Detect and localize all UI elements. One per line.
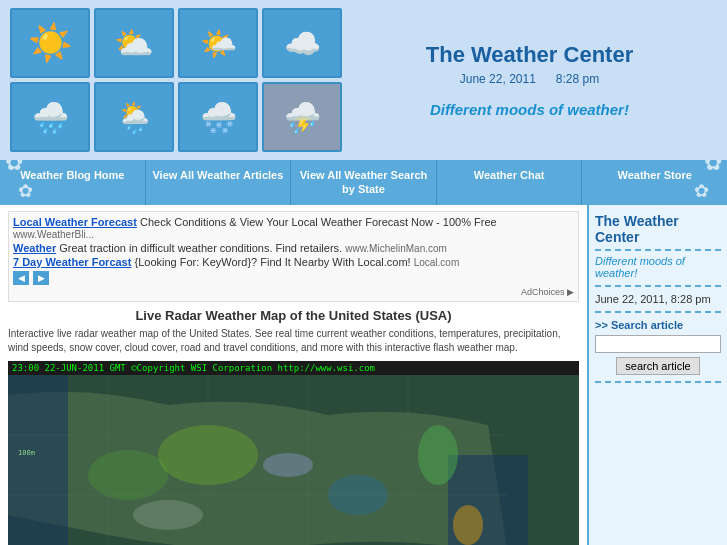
ad-url-1: www.WeatherBli...	[13, 229, 94, 240]
ad-choices-label: AdChoices ▶	[13, 287, 574, 297]
ad-text-3: {Looking For: KeyWord}? Find It Nearby W…	[134, 256, 413, 268]
ad-row-1: Local Weather Forecast Check Conditions …	[13, 216, 574, 240]
header-date-time: June 22, 2011 8:28 pm	[362, 72, 697, 86]
weather-icon-thunder: ⛈️	[262, 82, 342, 152]
sidebar-date: June 22, 2011, 8:28 pm	[595, 293, 721, 313]
header-title-block: The Weather Center June 22, 2011 8:28 pm…	[342, 32, 717, 128]
svg-point-3	[88, 450, 168, 500]
ad-section: Local Weather Forecast Check Conditions …	[8, 211, 579, 302]
sidebar-tagline: Different moods of weather!	[595, 255, 721, 287]
site-title: The Weather Center	[362, 42, 697, 68]
ad-link-3[interactable]: 7 Day Weather Forcast	[13, 256, 131, 268]
nav-weather-chat[interactable]: Weather Chat	[437, 160, 583, 205]
ad-next-button[interactable]: ▶	[33, 271, 49, 285]
ad-row-2: Weather Great traction in difficult weat…	[13, 242, 574, 254]
header-date: June 22, 2011	[460, 72, 536, 86]
nav-bar: Weather Blog Home View All Weather Artic…	[0, 160, 727, 205]
weather-icon-sunny: ☀️	[10, 8, 90, 78]
weather-icon-cloudy-sun: 🌤️	[178, 8, 258, 78]
svg-point-9	[453, 505, 483, 545]
radar-map-visual: 100m 40N	[8, 375, 579, 545]
nav-weather-store[interactable]: Weather Store	[582, 160, 727, 205]
ad-text-2: Great traction in difficult weather cond…	[59, 242, 345, 254]
weather-icon-partly-cloudy: ⛅	[94, 8, 174, 78]
svg-point-8	[418, 425, 458, 485]
svg-rect-1	[8, 375, 68, 545]
weather-icons-grid: ☀️ ⛅ 🌤️ ☁️ 🌧️ 🌦️ 🌨️ ⛈️	[10, 8, 342, 152]
nav-view-all-articles[interactable]: View All Weather Articles	[146, 160, 292, 205]
svg-point-7	[263, 453, 313, 477]
svg-point-6	[133, 500, 203, 530]
weather-icon-snow: 🌨️	[178, 82, 258, 152]
radar-title: Live Radar Weather Map of the United Sta…	[8, 308, 579, 323]
ad-row-3: 7 Day Weather Forcast {Looking For: KeyW…	[13, 256, 574, 268]
main-container: Local Weather Forecast Check Conditions …	[0, 205, 727, 545]
nav-weather-blog-home[interactable]: Weather Blog Home	[0, 160, 146, 205]
ad-link-2[interactable]: Weather	[13, 242, 56, 254]
sidebar-title: The Weather Center	[595, 213, 721, 251]
sidebar-search-section: >> Search article search article	[595, 319, 721, 383]
header-tagline: Different moods of weather!	[362, 101, 697, 118]
header-time: 8:28 pm	[556, 72, 599, 86]
ad-link-1[interactable]: Local Weather Forecast	[13, 216, 137, 228]
svg-text:100m: 100m	[18, 449, 35, 457]
weather-icon-rain-cloud: 🌧️	[10, 82, 90, 152]
main-content: Local Weather Forecast Check Conditions …	[0, 205, 587, 545]
weather-icon-rain: 🌦️	[94, 82, 174, 152]
nav-search-by-state[interactable]: View All Weather Search by State	[291, 160, 437, 205]
ad-navigation: ◀ ▶	[13, 271, 574, 285]
ad-prev-button[interactable]: ◀	[13, 271, 29, 285]
search-input[interactable]	[595, 335, 721, 353]
search-article-button[interactable]: search article	[616, 357, 699, 375]
ad-text-1: Check Conditions & View Your Local Weath…	[140, 216, 497, 228]
radar-map[interactable]: 23:00 22-JUN-2011 GMT ©Copyright WSI Cor…	[8, 361, 579, 545]
weather-icon-cloudy: ☁️	[262, 8, 342, 78]
sidebar-search-label: >> Search article	[595, 319, 721, 331]
header: ☀️ ⛅ 🌤️ ☁️ 🌧️ 🌦️ 🌨️ ⛈️	[0, 0, 727, 160]
radar-svg: 100m 40N	[8, 375, 579, 545]
ad-url-2: www.MichelinMan.com	[345, 243, 447, 254]
ad-url-3: Local.com	[414, 257, 460, 268]
radar-header-bar: 23:00 22-JUN-2011 GMT ©Copyright WSI Cor…	[8, 361, 579, 375]
sidebar: The Weather Center Different moods of we…	[587, 205, 727, 545]
radar-description: Interactive live radar weather map of th…	[8, 327, 579, 355]
